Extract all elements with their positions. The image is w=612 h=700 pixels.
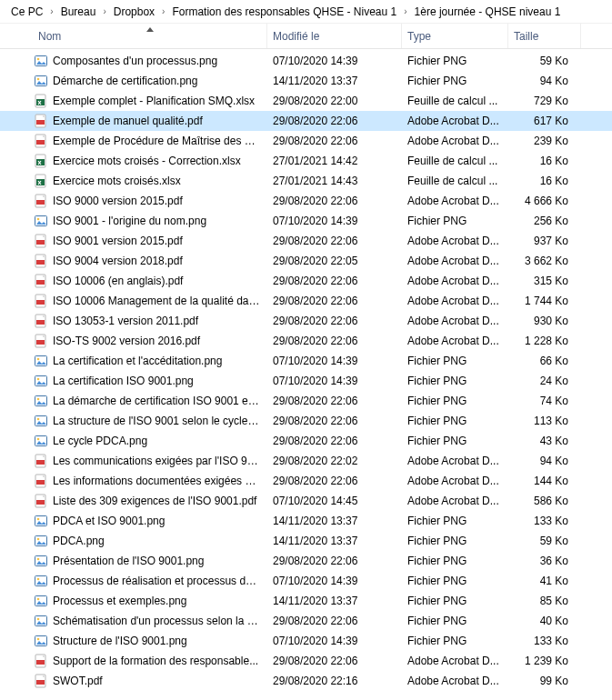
file-row[interactable]: Le cycle PDCA.png29/08/2020 22:06Fichier… bbox=[0, 431, 612, 451]
file-modified: 29/08/2020 22:06 bbox=[267, 395, 402, 407]
file-row[interactable]: ISO 9001 - l'origine du nom.png07/10/202… bbox=[0, 211, 612, 231]
svg-point-37 bbox=[37, 418, 40, 421]
chevron-right-icon: › bbox=[404, 6, 406, 16]
pdf-file-icon bbox=[33, 134, 49, 148]
png-file-icon bbox=[33, 54, 49, 68]
file-modified: 07/10/2020 14:39 bbox=[267, 375, 402, 387]
file-modified: 07/10/2020 14:39 bbox=[267, 215, 402, 227]
column-header-size[interactable]: Taille bbox=[508, 24, 581, 48]
file-list[interactable]: Composantes d'un processus.png07/10/2020… bbox=[0, 49, 612, 691]
file-modified: 29/08/2020 22:06 bbox=[267, 335, 402, 347]
file-row[interactable]: ISO 13053-1 version 2011.pdf29/08/2020 2… bbox=[0, 311, 612, 331]
file-type: Fichier PNG bbox=[402, 215, 508, 227]
file-row[interactable]: Les informations documentées exigées p..… bbox=[0, 471, 612, 491]
file-modified: 14/11/2020 13:37 bbox=[267, 75, 402, 87]
file-name: Exercice mots croisés.xlsx bbox=[53, 175, 267, 187]
file-row[interactable]: La structure de l'ISO 9001 selon le cycl… bbox=[0, 411, 612, 431]
png-file-icon bbox=[33, 574, 49, 588]
svg-point-35 bbox=[37, 398, 40, 401]
breadcrumb-item[interactable]: 1ère journée - QHSE niveau 1 bbox=[411, 4, 565, 20]
svg-point-47 bbox=[37, 518, 40, 521]
file-row[interactable]: PDCA et ISO 9001.png14/11/2020 13:37Fich… bbox=[0, 511, 612, 531]
file-name: ISO-TS 9002 version 2016.pdf bbox=[53, 335, 267, 347]
column-header-modified[interactable]: Modifié le bbox=[267, 24, 402, 48]
file-row[interactable]: ISO 9001 version 2015.pdf29/08/2020 22:0… bbox=[0, 231, 612, 251]
column-header-size-label: Taille bbox=[514, 30, 538, 43]
file-size: 113 Ko bbox=[508, 415, 574, 427]
file-name: Composantes d'un processus.png bbox=[53, 55, 267, 67]
file-row[interactable]: PDCA.png14/11/2020 13:37Fichier PNG59 Ko bbox=[0, 531, 612, 551]
file-row[interactable]: Exemple complet - Planification SMQ.xlsx… bbox=[0, 91, 612, 111]
file-row[interactable]: Exercice mots croisés - Correction.xlsx2… bbox=[0, 151, 612, 171]
file-size: 144 Ko bbox=[508, 475, 574, 487]
file-row[interactable]: ISO 10006 (en anglais).pdf29/08/2020 22:… bbox=[0, 271, 612, 291]
svg-point-59 bbox=[37, 638, 40, 641]
file-row[interactable]: La démarche de certification ISO 9001 et… bbox=[0, 391, 612, 411]
file-modified: 27/01/2021 14:42 bbox=[267, 155, 402, 167]
pdf-file-icon bbox=[33, 294, 49, 308]
file-row[interactable]: La certification ISO 9001.png07/10/2020 … bbox=[0, 371, 612, 391]
column-header-name[interactable]: Nom bbox=[33, 24, 267, 48]
file-type: Fichier PNG bbox=[402, 375, 508, 387]
file-row[interactable]: ISO 10006 Management de la qualité dan..… bbox=[0, 291, 612, 311]
xlsx-file-icon bbox=[33, 154, 49, 168]
file-name: ISO 10006 (en anglais).pdf bbox=[53, 275, 267, 287]
breadcrumb-item[interactable]: Dropbox bbox=[110, 4, 158, 20]
breadcrumb[interactable]: Ce PC›Bureau›Dropbox›Formation des respo… bbox=[0, 0, 612, 24]
file-modified: 07/10/2020 14:39 bbox=[267, 55, 402, 67]
file-modified: 29/08/2020 22:06 bbox=[267, 555, 402, 567]
breadcrumb-item[interactable]: Bureau bbox=[57, 4, 100, 20]
file-row[interactable]: Exemple de manuel qualité.pdf29/08/2020 … bbox=[0, 111, 612, 131]
breadcrumb-item[interactable]: Formation des responsables QHSE - Niveau… bbox=[168, 4, 400, 20]
file-row[interactable]: Les communications exigées par l'ISO 90.… bbox=[0, 451, 612, 471]
file-row[interactable]: Exercice mots croisés.xlsx27/01/2021 14:… bbox=[0, 171, 612, 191]
file-size: 16 Ko bbox=[508, 155, 574, 167]
file-row[interactable]: ISO 9000 version 2015.pdf29/08/2020 22:0… bbox=[0, 191, 612, 211]
svg-rect-23 bbox=[36, 280, 45, 285]
file-row[interactable]: Processus et exemples.png14/11/2020 13:3… bbox=[0, 591, 612, 611]
file-modified: 29/08/2020 22:02 bbox=[267, 455, 402, 467]
file-modified: 07/10/2020 14:39 bbox=[267, 575, 402, 587]
file-row[interactable]: Structure de l'ISO 9001.png07/10/2020 14… bbox=[0, 631, 612, 651]
file-row[interactable]: Démarche de certification.png14/11/2020 … bbox=[0, 71, 612, 91]
file-name: ISO 13053-1 version 2011.pdf bbox=[53, 315, 267, 327]
file-row[interactable]: Composantes d'un processus.png07/10/2020… bbox=[0, 51, 612, 71]
file-row[interactable]: SWOT.pdf29/08/2020 22:16Adobe Acrobat D.… bbox=[0, 671, 612, 691]
file-modified: 14/11/2020 13:37 bbox=[267, 535, 402, 547]
column-header-type[interactable]: Type bbox=[402, 24, 508, 48]
svg-point-57 bbox=[37, 618, 40, 621]
file-type: Fichier PNG bbox=[402, 75, 508, 87]
file-row[interactable]: Support de la formation des responsable.… bbox=[0, 651, 612, 671]
file-row[interactable]: Exemple de Procédure de Maîtrise des do.… bbox=[0, 131, 612, 151]
file-size: 36 Ko bbox=[508, 555, 574, 567]
file-size: 59 Ko bbox=[508, 55, 574, 67]
file-row[interactable]: Schématisation d'un processus selon la d… bbox=[0, 611, 612, 631]
xlsx-file-icon bbox=[33, 174, 49, 188]
file-modified: 29/08/2020 22:06 bbox=[267, 415, 402, 427]
file-type: Adobe Acrobat D... bbox=[402, 235, 508, 247]
svg-point-49 bbox=[37, 538, 40, 541]
png-file-icon bbox=[33, 634, 49, 648]
pdf-file-icon bbox=[33, 114, 49, 128]
file-name: Les informations documentées exigées p..… bbox=[53, 475, 267, 487]
file-row[interactable]: ISO-TS 9002 version 2016.pdf29/08/2020 2… bbox=[0, 331, 612, 351]
breadcrumb-item[interactable]: Ce PC bbox=[7, 4, 46, 20]
file-name: ISO 9001 - l'origine du nom.png bbox=[53, 215, 267, 227]
file-row[interactable]: Processus de réalisation et processus de… bbox=[0, 571, 612, 591]
file-modified: 27/01/2021 14:43 bbox=[267, 175, 402, 187]
file-row[interactable]: Liste des 309 exigences de l'ISO 9001.pd… bbox=[0, 491, 612, 511]
file-name: PDCA et ISO 9001.png bbox=[53, 515, 267, 527]
file-type: Feuille de calcul ... bbox=[402, 95, 508, 107]
sort-ascending-icon bbox=[145, 23, 155, 35]
file-name: Présentation de l'ISO 9001.png bbox=[53, 555, 267, 567]
file-row[interactable]: Présentation de l'ISO 9001.png29/08/2020… bbox=[0, 551, 612, 571]
file-row[interactable]: ISO 9004 version 2018.pdf29/08/2020 22:0… bbox=[0, 251, 612, 271]
file-size: 3 662 Ko bbox=[508, 255, 574, 267]
file-name: Processus et exemples.png bbox=[53, 595, 267, 607]
file-type: Fichier PNG bbox=[402, 555, 508, 567]
svg-point-33 bbox=[37, 378, 40, 381]
file-modified: 29/08/2020 22:06 bbox=[267, 135, 402, 147]
file-row[interactable]: La certification et l'accéditation.png07… bbox=[0, 351, 612, 371]
pdf-file-icon bbox=[33, 474, 49, 488]
svg-rect-9 bbox=[36, 140, 45, 145]
